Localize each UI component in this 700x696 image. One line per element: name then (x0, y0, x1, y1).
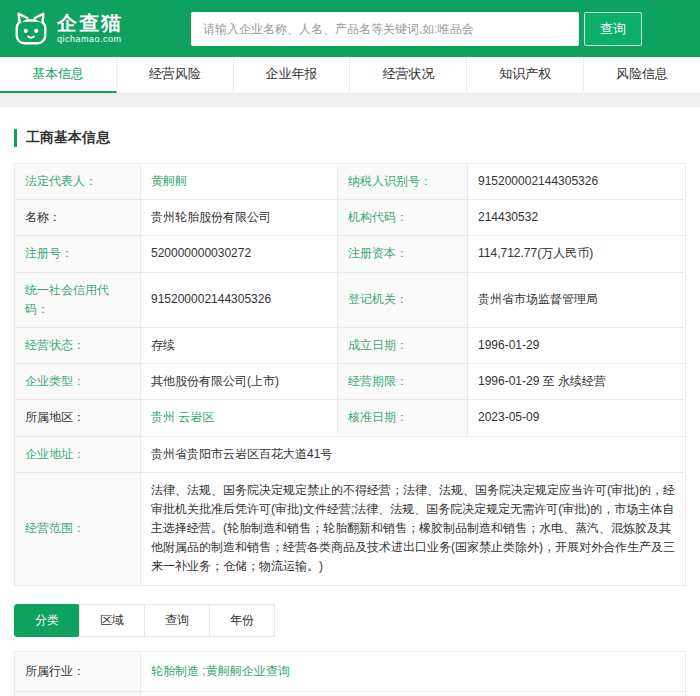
field-label-credit-code: 统一社会信用代码： (15, 272, 141, 327)
field-label-founded-date: 成立日期： (338, 327, 468, 363)
search-bar: 查询 (191, 12, 642, 46)
table-row: 统一社会信用代码： 915200002144305326 登记机关： 贵州省市场… (15, 272, 686, 327)
nav-tabs: 基本信息 经营风险 企业年报 经营状况 知识产权 风险信息 (0, 57, 700, 94)
field-label-reg-number: 注册号： (15, 236, 141, 272)
field-label-address: 企业地址： (15, 436, 141, 472)
approval-date-value: 2023-05-09 (468, 400, 686, 436)
field-label-reg-capital: 注册资本： (338, 236, 468, 272)
filter-tabs: 分类 区域 查询 年份 (14, 604, 686, 637)
search-input[interactable] (191, 12, 579, 46)
app-header: 企查猫 qichamao.com 查询 (0, 0, 700, 57)
table-row: 所属地区： 贵州 云岩区 核准日期： 2023-05-09 (15, 400, 686, 436)
table-row: 注册号： 520000000030272 注册资本： 114,712.77(万人… (15, 236, 686, 272)
tab-risk-info[interactable]: 风险信息 (584, 57, 700, 93)
company-name-value: 贵州轮胎股份有限公司 (141, 200, 338, 236)
logo-text: 企查猫 qichamao.com (57, 12, 123, 45)
tags-table: 所属行业： 轮胎制造 ;黄舸舸企业查询 前瞻标签： 养老公寓 ;餐饮 展会标签：… (14, 651, 686, 696)
address-value: 贵州省贵阳市云岩区百花大道41号 (141, 436, 686, 472)
field-label-industry: 所属行业： (15, 651, 141, 691)
table-row: 经营范围： 法律、法规、国务院决定规定禁止的不得经营；法律、法规、国务院决定规定… (15, 472, 686, 585)
reg-number-value: 520000000030272 (141, 236, 338, 272)
org-code-value: 214430532 (468, 200, 686, 236)
tab-operations[interactable]: 经营状况 (350, 57, 467, 93)
credit-code-value: 915200002144305326 (141, 272, 338, 327)
filter-tab-year[interactable]: 年份 (209, 604, 275, 637)
field-label-business-scope: 经营范围： (15, 472, 141, 585)
reg-capital-value: 114,712.77(万人民币) (468, 236, 686, 272)
table-row: 企业地址： 贵州省贵阳市云岩区百花大道41号 (15, 436, 686, 472)
region-link[interactable]: 贵州 云岩区 (151, 410, 214, 424)
business-scope-value: 法律、法规、国务院决定规定禁止的不得经营；法律、法规、国务院决定规定应当许可(审… (141, 472, 686, 585)
cat-logo-icon (12, 10, 50, 48)
taxpayer-id-value: 915200002144305326 (468, 164, 686, 200)
field-label-business-term: 经营期限： (338, 364, 468, 400)
brand-name: 企查猫 (57, 12, 123, 34)
company-type-value: 其他股份有限公司(上市) (141, 364, 338, 400)
tab-business-risk[interactable]: 经营风险 (117, 57, 234, 93)
filter-tab-category[interactable]: 分类 (14, 604, 80, 637)
table-row: 企业类型： 其他股份有限公司(上市) 经营期限： 1996-01-29 至 永续… (15, 364, 686, 400)
tab-annual-report[interactable]: 企业年报 (234, 57, 351, 93)
tab-basic-info[interactable]: 基本信息 (0, 57, 117, 93)
business-term-value: 1996-01-29 至 永续经营 (468, 364, 686, 400)
field-label-taxpayer-id: 纳税人识别号： (338, 164, 468, 200)
industry-links[interactable]: 轮胎制造 ;黄舸舸企业查询 (151, 664, 290, 678)
field-label-registry-authority: 登记机关： (338, 272, 468, 327)
tab-intellectual-property[interactable]: 知识产权 (467, 57, 584, 93)
main-content: 工商基本信息 法定代表人： 黄舸舸 纳税人识别号： 91520000214430… (0, 107, 700, 696)
founded-date-value: 1996-01-29 (468, 327, 686, 363)
table-row: 经营状态： 存续 成立日期： 1996-01-29 (15, 327, 686, 363)
field-label-status: 经营状态： (15, 327, 141, 363)
field-label-org-code: 机构代码： (338, 200, 468, 236)
section-title: 工商基本信息 (14, 129, 686, 147)
field-label-company-type: 企业类型： (15, 364, 141, 400)
brand-domain: qichamao.com (57, 34, 123, 45)
field-label-region: 所属地区： (15, 400, 141, 436)
filter-tab-region[interactable]: 区域 (79, 604, 145, 637)
filter-tab-query[interactable]: 查询 (144, 604, 210, 637)
registry-authority-value: 贵州省市场监督管理局 (468, 272, 686, 327)
spacer (0, 94, 700, 107)
legal-rep-link[interactable]: 黄舸舸 (151, 174, 187, 188)
field-label-legal-rep: 法定代表人： (15, 164, 141, 200)
field-label-company-name: 名称： (15, 200, 141, 236)
field-label-approval-date: 核准日期： (338, 400, 468, 436)
business-info-table: 法定代表人： 黄舸舸 纳税人识别号： 915200002144305326 名称… (14, 163, 686, 586)
field-label-foresight-tags: 前瞻标签： (15, 691, 141, 696)
search-button[interactable]: 查询 (584, 12, 642, 46)
table-row: 所属行业： 轮胎制造 ;黄舸舸企业查询 (15, 651, 686, 691)
table-row: 名称： 贵州轮胎股份有限公司 机构代码： 214430532 (15, 200, 686, 236)
status-value: 存续 (141, 327, 338, 363)
table-row: 前瞻标签： 养老公寓 ;餐饮 (15, 691, 686, 696)
logo[interactable]: 企查猫 qichamao.com (12, 10, 123, 48)
table-row: 法定代表人： 黄舸舸 纳税人识别号： 915200002144305326 (15, 164, 686, 200)
